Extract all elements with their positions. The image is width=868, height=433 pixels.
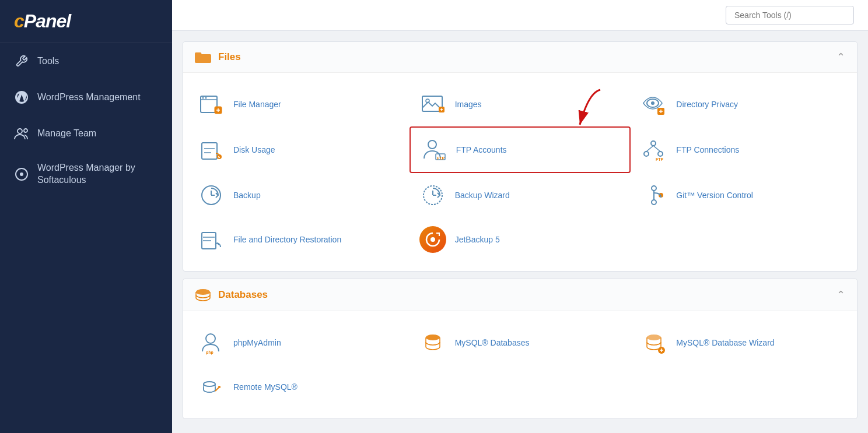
databases-section: Databases ⌃ php phpMyAdmin [183, 279, 858, 419]
sidebar-item-label-tools: Tools [37, 55, 59, 68]
phpmyadmin-label: phpMyAdmin [233, 337, 281, 348]
directory-privacy-label: Directory Privacy [676, 99, 738, 110]
svg-point-45 [204, 382, 215, 386]
svg-point-39 [196, 289, 210, 295]
svg-point-33 [652, 186, 656, 191]
svg-rect-15 [202, 143, 217, 159]
disk-usage-item[interactable]: Disk Usage [188, 126, 410, 173]
mysql-databases-item[interactable]: MySQL® Databases [410, 321, 631, 365]
logo-area: cPanel [0, 0, 172, 43]
people-icon [14, 126, 29, 141]
sidebar-item-wordpress-management[interactable]: WordPress Management [0, 79, 172, 115]
images-icon [419, 90, 447, 118]
main-content: Files ⌃ [172, 0, 868, 433]
svg-point-7 [202, 97, 204, 99]
sidebar-item-manage-team[interactable]: Manage Team [0, 115, 172, 152]
svg-point-22 [644, 152, 649, 156]
file-manager-item[interactable]: File Manager [188, 82, 410, 126]
directory-privacy-item[interactable]: Directory Privacy [631, 82, 852, 126]
svg-point-23 [658, 152, 663, 156]
mysql-database-wizard-item[interactable]: MySQL® Database Wizard [631, 321, 852, 365]
ftp-accounts-item[interactable]: FTP FTP Accounts [410, 126, 631, 173]
remote-mysql-item[interactable]: Remote MySQL® [188, 365, 410, 409]
databases-section-title: Databases [218, 289, 268, 301]
git-version-control-item[interactable]: Git™ Version Control [631, 173, 852, 217]
backup-wizard-icon [419, 181, 447, 209]
file-manager-label: File Manager [233, 99, 281, 110]
svg-point-40 [206, 334, 215, 343]
svg-point-4 [20, 173, 23, 176]
directory-privacy-icon [640, 90, 668, 118]
ftp-connections-icon: FTP [640, 136, 668, 164]
svg-point-18 [428, 140, 436, 149]
files-section: Files ⌃ [183, 41, 858, 272]
sidebar-item-tools[interactable]: Tools [0, 43, 172, 79]
git-label: Git™ Version Control [676, 190, 753, 200]
phpmyadmin-item[interactable]: php phpMyAdmin [188, 321, 410, 365]
svg-point-43 [647, 335, 661, 340]
databases-tools-grid: php phpMyAdmin MySQL® Databases [183, 311, 857, 418]
backup-wizard-label: Backup Wizard [455, 190, 510, 200]
file-manager-icon [197, 90, 225, 118]
phpmyadmin-icon: php [197, 329, 225, 357]
files-section-header: Files ⌃ [183, 42, 857, 73]
svg-text:FTP: FTP [656, 157, 664, 161]
file-restore-label: File and Directory Restoration [233, 234, 341, 245]
backup-label: Backup [233, 190, 261, 200]
svg-text:php: php [206, 350, 214, 355]
svg-point-2 [24, 129, 27, 132]
disk-usage-icon [197, 136, 225, 164]
backup-wizard-item[interactable]: Backup Wizard [410, 173, 631, 217]
files-header-left: Files [195, 50, 241, 64]
remote-mysql-icon [197, 373, 225, 401]
images-label: Images [455, 99, 482, 110]
svg-point-13 [651, 101, 654, 105]
svg-point-42 [426, 335, 440, 340]
ftp-connections-label: FTP Connections [676, 145, 739, 155]
sidebar-item-label-wp: WordPress Management [37, 91, 141, 104]
svg-point-1 [18, 129, 22, 133]
search-input[interactable] [726, 6, 854, 24]
ftp-accounts-icon: FTP [420, 136, 448, 164]
folder-icon [195, 50, 211, 64]
ftp-connections-item[interactable]: FTP FTP Connections [631, 126, 852, 173]
databases-folder-icon [195, 287, 211, 302]
svg-point-8 [205, 97, 207, 99]
files-collapse-button[interactable]: ⌃ [836, 51, 845, 64]
jetbackup-label: JetBackup 5 [455, 234, 500, 245]
svg-point-34 [652, 200, 656, 205]
backup-icon [197, 181, 225, 209]
files-tools-grid: File Manager Images [183, 73, 857, 271]
jetbackup-item[interactable]: JetBackup 5 [410, 217, 631, 262]
databases-collapse-button[interactable]: ⌃ [836, 288, 845, 301]
remote-mysql-label: Remote MySQL® [233, 382, 298, 392]
mysql-databases-label: MySQL® Databases [455, 337, 530, 348]
wordpress2-icon [14, 167, 29, 182]
logo: cPanel [14, 10, 158, 32]
svg-line-24 [646, 146, 653, 152]
git-icon [640, 181, 668, 209]
file-directory-restoration-item[interactable]: File and Directory Restoration [188, 217, 410, 262]
jetbackup-icon [419, 226, 447, 254]
sidebar: cPanel Tools WordPress Management [0, 0, 172, 433]
svg-line-25 [653, 146, 660, 152]
content-area: Files ⌃ [172, 31, 868, 433]
sidebar-item-label-wp-manager: WordPress Manager by Softaculous [37, 162, 158, 186]
databases-section-header: Databases ⌃ [183, 279, 857, 311]
file-restore-icon [197, 226, 225, 254]
topbar [172, 0, 868, 31]
disk-usage-label: Disk Usage [233, 145, 275, 155]
images-item[interactable]: Images [410, 82, 631, 126]
wrench-icon [14, 54, 29, 69]
wordpress-icon [14, 90, 29, 105]
sidebar-item-wp-manager[interactable]: WordPress Manager by Softaculous [0, 152, 172, 197]
svg-point-21 [651, 141, 656, 146]
sidebar-item-label-team: Manage Team [37, 128, 96, 140]
mysql-databases-icon [419, 329, 447, 357]
mysql-wizard-label: MySQL® Database Wizard [676, 337, 774, 348]
mysql-wizard-icon [640, 329, 668, 357]
svg-point-38 [430, 237, 435, 242]
backup-item[interactable]: Backup [188, 173, 410, 217]
ftp-accounts-label: FTP Accounts [456, 145, 507, 155]
databases-header-left: Databases [195, 287, 268, 302]
